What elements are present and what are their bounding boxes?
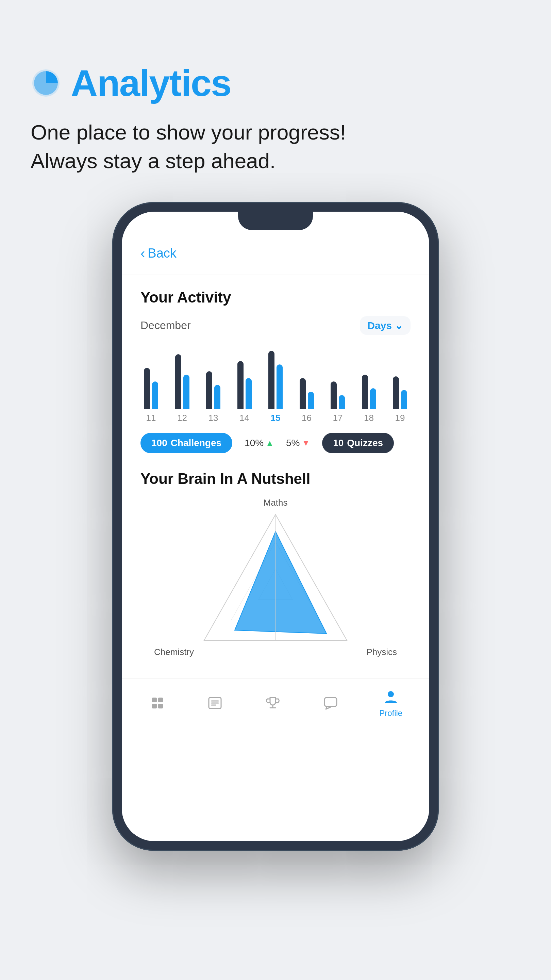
bar-label: 16: [302, 413, 311, 423]
svg-point-19: [388, 691, 394, 697]
chat-icon: [322, 694, 340, 712]
bar-label: 19: [395, 413, 405, 423]
radar-label-physics: Physics: [366, 647, 397, 657]
phone-container: ‹ Back Your Activity December Days ⌄: [30, 202, 520, 851]
bar-blue: [183, 375, 189, 409]
quizzes-count: 10: [333, 438, 343, 449]
back-button[interactable]: ‹ Back: [140, 246, 411, 261]
challenges-label: Challenges: [171, 438, 221, 449]
bar-group-15: 15: [268, 340, 283, 423]
bar-dark: [393, 376, 399, 409]
profile-nav-label: Profile: [379, 708, 402, 718]
bar-group-12: 12: [175, 340, 189, 423]
bar-blue: [401, 390, 407, 409]
home-icon: [149, 694, 166, 712]
activity-header: December Days ⌄: [140, 316, 411, 335]
brain-section: Your Brain In A Nutshell: [140, 470, 411, 668]
chevron-down-icon: ⌄: [395, 320, 403, 331]
analytics-pie-icon: [30, 68, 61, 98]
arrow-down-icon: ▼: [302, 438, 310, 448]
bar-group-13: 13: [206, 340, 221, 423]
back-arrow-icon: ‹: [140, 246, 145, 261]
bar-dark: [330, 382, 337, 409]
bar-dark: [268, 351, 275, 409]
divider: [122, 275, 429, 275]
radar-label-maths: Maths: [264, 498, 288, 508]
quizzes-label: Quizzes: [347, 438, 383, 449]
stats-row: 100 Challenges 10% ▲ 5% ▼ 10: [140, 433, 411, 453]
bar-blue: [308, 392, 314, 409]
profile-icon: [382, 688, 400, 706]
percent-up-stat: 10% ▲: [245, 438, 274, 449]
header-section: Analytics: [30, 61, 231, 105]
page-wrapper: Analytics One place to show your progres…: [0, 0, 551, 980]
bar-chart: 11 12: [140, 348, 411, 423]
bar-blue: [339, 395, 345, 409]
svg-rect-8: [152, 698, 157, 702]
month-label: December: [140, 319, 191, 332]
bar-blue: [276, 364, 283, 409]
bar-group-14: 14: [237, 340, 252, 423]
bar-dark: [175, 354, 181, 409]
phone-screen: ‹ Back Your Activity December Days ⌄: [122, 212, 429, 841]
bar-label-active: 15: [271, 413, 281, 423]
page-title: Analytics: [71, 61, 231, 105]
radar-labels: Maths Chemistry Physics: [140, 498, 411, 668]
bar-blue: [370, 388, 376, 409]
svg-rect-10: [152, 704, 157, 708]
challenges-count: 100: [151, 438, 167, 449]
brain-section-title: Your Brain In A Nutshell: [140, 470, 411, 487]
bar-label: 14: [240, 413, 249, 423]
subtitle-text: One place to show your progress! Always …: [30, 118, 346, 175]
trophy-icon: [264, 694, 282, 712]
bar-label: 12: [177, 413, 187, 423]
nav-item-chat[interactable]: [322, 694, 340, 712]
quizzes-pill: 10 Quizzes: [322, 433, 394, 453]
arrow-up-icon: ▲: [266, 438, 274, 448]
bar-dark: [144, 368, 150, 409]
bar-blue: [214, 385, 221, 409]
bar-label: 11: [146, 413, 156, 423]
bar-group-19: 19: [393, 340, 407, 423]
activity-section-title: Your Activity: [140, 289, 411, 306]
bar-group-16: 16: [300, 340, 314, 423]
nav-item-profile[interactable]: Profile: [379, 688, 402, 718]
percent-down-stat: 5% ▼: [286, 438, 310, 449]
bottom-nav: Profile: [122, 678, 429, 732]
radar-chart: Maths Chemistry Physics: [140, 498, 411, 668]
phone-notch: [238, 212, 313, 230]
radar-label-chemistry: Chemistry: [154, 647, 194, 657]
bar-dark: [237, 361, 243, 409]
screen-inner: ‹ Back Your Activity December Days ⌄: [122, 212, 429, 678]
nav-item-lessons[interactable]: [206, 694, 224, 712]
bar-label: 13: [208, 413, 218, 423]
bar-group-18: 18: [362, 340, 376, 423]
svg-rect-18: [324, 698, 337, 706]
bar-dark: [206, 371, 212, 409]
days-dropdown[interactable]: Days ⌄: [360, 316, 411, 335]
bar-dark: [300, 378, 306, 409]
nav-item-trophy[interactable]: [264, 694, 282, 712]
bar-blue: [246, 378, 252, 409]
bar-blue: [152, 382, 158, 409]
phone-mockup: ‹ Back Your Activity December Days ⌄: [112, 202, 439, 851]
bar-dark: [362, 375, 368, 409]
bar-group-17: 17: [330, 340, 345, 423]
svg-rect-9: [158, 698, 163, 702]
lessons-icon: [206, 694, 224, 712]
bar-label: 17: [333, 413, 343, 423]
bar-label: 18: [364, 413, 374, 423]
challenges-pill: 100 Challenges: [140, 433, 232, 453]
svg-rect-11: [158, 704, 163, 708]
bar-group-11: 11: [144, 340, 158, 423]
nav-item-home[interactable]: [149, 694, 166, 712]
